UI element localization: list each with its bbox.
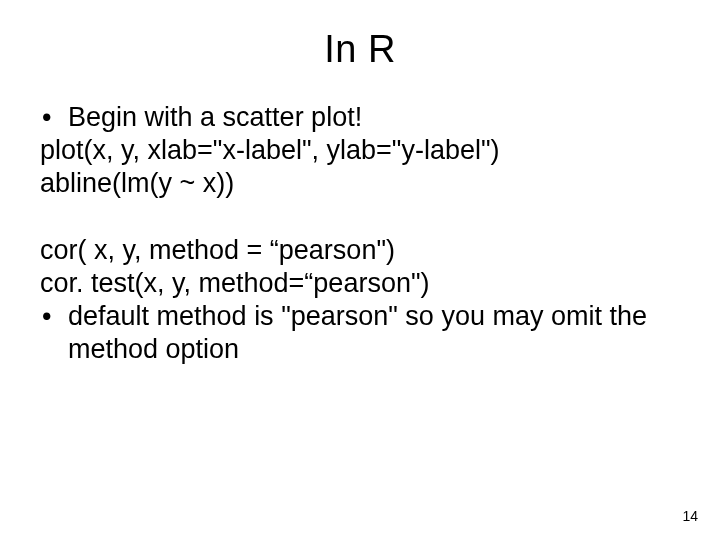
bullet-dot-icon: • [40, 300, 68, 333]
bullet-text: Begin with a scatter plot! [68, 101, 680, 134]
bullet-dot-icon: • [40, 101, 68, 134]
bullet-item: • Begin with a scatter plot! [40, 101, 680, 134]
page-number: 14 [682, 508, 698, 524]
block-1: • Begin with a scatter plot! plot(x, y, … [40, 101, 680, 200]
code-line: plot(x, y, xlab="x-label", ylab="y-label… [40, 134, 680, 167]
slide-content: • Begin with a scatter plot! plot(x, y, … [40, 101, 680, 366]
slide: In R • Begin with a scatter plot! plot(x… [0, 0, 720, 540]
bullet-text: default method is "pearson" so you may o… [68, 300, 680, 366]
code-line: abline(lm(y ~ x)) [40, 167, 680, 200]
code-line: cor( x, y, method = “pearson") [40, 234, 680, 267]
code-line: cor. test(x, y, method=“pearson") [40, 267, 680, 300]
bullet-item: • default method is "pearson" so you may… [40, 300, 680, 366]
block-2: cor( x, y, method = “pearson") cor. test… [40, 234, 680, 366]
slide-title: In R [40, 28, 680, 71]
